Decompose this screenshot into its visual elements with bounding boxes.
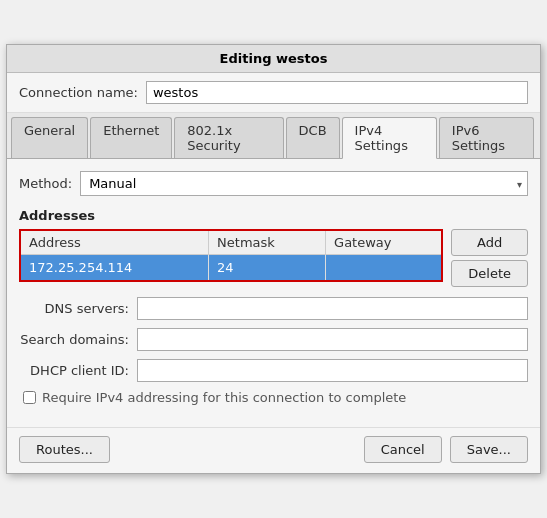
tab-8021x-security[interactable]: 802.1x Security xyxy=(174,117,283,158)
save-button[interactable]: Save... xyxy=(450,436,528,463)
dns-servers-label: DNS servers: xyxy=(19,301,129,316)
dhcp-client-id-input[interactable] xyxy=(137,359,528,382)
addresses-row: Address Netmask Gateway 172.25.254.114 2… xyxy=(19,229,528,287)
tab-content: Method: Manual Automatic (DHCP) Link-Loc… xyxy=(7,159,540,427)
dialog-actions: Cancel Save... xyxy=(364,436,528,463)
ipv4-require-row: Require IPv4 addressing for this connect… xyxy=(19,390,528,405)
tab-ipv4-settings[interactable]: IPv4 Settings xyxy=(342,117,437,159)
search-domains-input[interactable] xyxy=(137,328,528,351)
connection-name-row: Connection name: xyxy=(7,73,540,113)
dns-servers-input[interactable] xyxy=(137,297,528,320)
dns-servers-row: DNS servers: xyxy=(19,297,528,320)
method-select-wrapper: Manual Automatic (DHCP) Link-Local Only … xyxy=(80,171,528,196)
delete-button[interactable]: Delete xyxy=(451,260,528,287)
col-address: Address xyxy=(21,231,209,255)
tabs-bar: General Ethernet 802.1x Security DCB IPv… xyxy=(7,113,540,159)
table-buttons: Add Delete xyxy=(451,229,528,287)
addresses-title: Addresses xyxy=(19,208,528,223)
routes-button[interactable]: Routes... xyxy=(19,436,110,463)
add-button[interactable]: Add xyxy=(451,229,528,256)
addresses-table: Address Netmask Gateway 172.25.254.114 2… xyxy=(21,231,441,280)
bottom-buttons: Routes... Cancel Save... xyxy=(7,427,540,473)
connection-name-input[interactable] xyxy=(146,81,528,104)
ipv4-require-checkbox[interactable] xyxy=(23,391,36,404)
ipv4-require-label: Require IPv4 addressing for this connect… xyxy=(42,390,406,405)
cell-netmask: 24 xyxy=(209,255,326,281)
search-domains-row: Search domains: xyxy=(19,328,528,351)
search-domains-label: Search domains: xyxy=(19,332,129,347)
tab-ethernet[interactable]: Ethernet xyxy=(90,117,172,158)
dialog-title: Editing westos xyxy=(220,51,328,66)
cell-gateway xyxy=(326,255,442,281)
dhcp-client-id-row: DHCP client ID: xyxy=(19,359,528,382)
tab-ipv6-settings[interactable]: IPv6 Settings xyxy=(439,117,534,158)
cancel-button[interactable]: Cancel xyxy=(364,436,442,463)
method-row: Method: Manual Automatic (DHCP) Link-Loc… xyxy=(19,171,528,196)
tab-dcb[interactable]: DCB xyxy=(286,117,340,158)
title-bar: Editing westos xyxy=(7,45,540,73)
addresses-section: Addresses Address Netmask Gateway xyxy=(19,208,528,287)
col-gateway: Gateway xyxy=(326,231,442,255)
connection-name-label: Connection name: xyxy=(19,85,138,100)
dhcp-client-id-label: DHCP client ID: xyxy=(19,363,129,378)
addresses-table-wrapper: Address Netmask Gateway 172.25.254.114 2… xyxy=(19,229,443,282)
editing-dialog: Editing westos Connection name: General … xyxy=(6,44,541,474)
table-row[interactable]: 172.25.254.114 24 xyxy=(21,255,441,281)
addresses-table-container: Address Netmask Gateway 172.25.254.114 2… xyxy=(19,229,443,282)
tab-general[interactable]: General xyxy=(11,117,88,158)
method-select[interactable]: Manual Automatic (DHCP) Link-Local Only … xyxy=(80,171,528,196)
method-label: Method: xyxy=(19,176,72,191)
col-netmask: Netmask xyxy=(209,231,326,255)
cell-address: 172.25.254.114 xyxy=(21,255,209,281)
